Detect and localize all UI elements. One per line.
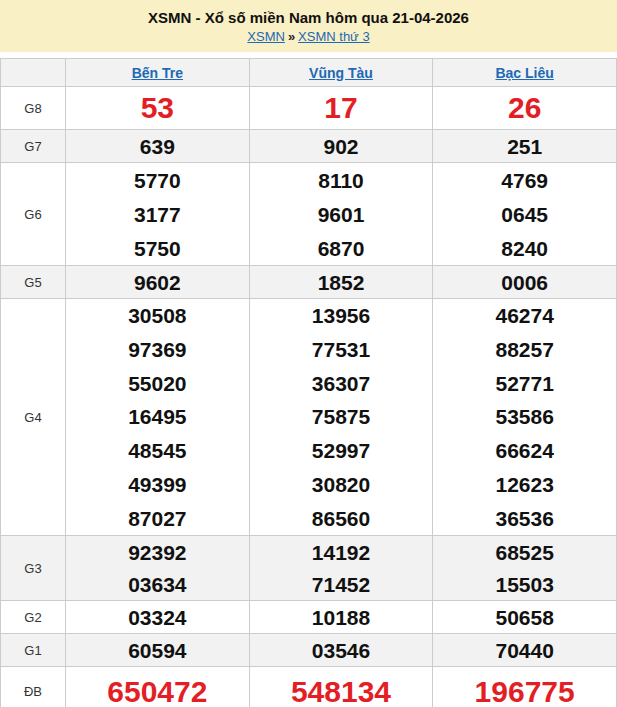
prize-number: 9601 — [318, 204, 365, 225]
prize-number: 68525 — [495, 542, 553, 563]
prize-number: 88257 — [495, 339, 553, 360]
prize-label: G1 — [1, 634, 66, 667]
prize-number: 53 — [141, 93, 174, 123]
results-table-body: G8531726G7639902251G65770317757508110960… — [1, 87, 617, 707]
prize-row-G7: G7639902251 — [1, 130, 617, 163]
prize-number: 97369 — [128, 339, 186, 360]
prize-number: 46274 — [495, 305, 553, 326]
prize-number: 902 — [323, 136, 358, 157]
prize-number: 50658 — [495, 607, 553, 628]
prize-label: G3 — [1, 536, 66, 601]
prize-number: 3177 — [134, 204, 181, 225]
prize-number: 15503 — [495, 574, 553, 595]
prize-number: 30820 — [312, 474, 370, 495]
prize-number: 4769 — [501, 170, 548, 191]
prize-row-G2: G2033241018850658 — [1, 601, 617, 634]
prize-label: ĐB — [1, 667, 66, 707]
prize-cell: 251 — [433, 130, 617, 163]
breadcrumb-separator: » — [285, 29, 298, 44]
prize-number: 639 — [140, 136, 175, 157]
prize-cell: 476906458240 — [433, 163, 617, 266]
prize-cell: 9239203634 — [66, 536, 250, 601]
prize-number: 196775 — [475, 677, 575, 707]
prize-row-G1: G1605940354670440 — [1, 634, 617, 667]
corner-cell — [1, 59, 66, 87]
province-link-ben-tre[interactable]: Bến Tre — [132, 65, 183, 81]
prize-cell: 650472 — [66, 667, 250, 707]
prize-label: G5 — [1, 266, 66, 299]
prize-row-G4: G430508973695502016495485454939987027139… — [1, 299, 617, 536]
prize-number: 5750 — [134, 238, 181, 259]
prize-cell: 17 — [249, 87, 433, 130]
prize-number: 66624 — [495, 440, 553, 461]
prize-cell: 577031775750 — [66, 163, 250, 266]
prize-number: 6870 — [318, 238, 365, 259]
province-link-bac-lieu[interactable]: Bạc Liêu — [495, 65, 553, 81]
prize-cell: 70440 — [433, 634, 617, 667]
prize-row-G8: G8531726 — [1, 87, 617, 130]
prize-number: 10188 — [312, 607, 370, 628]
prize-number: 75875 — [312, 406, 370, 427]
prize-number: 48545 — [128, 440, 186, 461]
prize-number: 86560 — [312, 508, 370, 529]
prize-number: 03546 — [312, 640, 370, 661]
prize-number: 17 — [324, 93, 357, 123]
prize-cell: 0006 — [433, 266, 617, 299]
prize-number: 92392 — [128, 542, 186, 563]
prize-cell: 811096016870 — [249, 163, 433, 266]
prize-number: 87027 — [128, 508, 186, 529]
prize-cell: 46274882575277153586666241262336536 — [433, 299, 617, 536]
prize-cell: 639 — [66, 130, 250, 163]
province-header-bac-lieu: Bạc Liêu — [433, 59, 617, 87]
prize-cell: 03546 — [249, 634, 433, 667]
prize-number: 16495 — [128, 406, 186, 427]
prize-cell: 196775 — [433, 667, 617, 707]
prize-label: G2 — [1, 601, 66, 634]
prize-number: 30508 — [128, 305, 186, 326]
prize-cell: 03324 — [66, 601, 250, 634]
prize-number: 70440 — [495, 640, 553, 661]
prize-number: 53586 — [495, 406, 553, 427]
prize-number: 36307 — [312, 373, 370, 394]
prize-cell: 50658 — [433, 601, 617, 634]
prize-label: G4 — [1, 299, 66, 536]
prize-cell: 60594 — [66, 634, 250, 667]
prize-cell: 6852515503 — [433, 536, 617, 601]
prize-cell: 13956775313630775875529973082086560 — [249, 299, 433, 536]
prize-cell: 53 — [66, 87, 250, 130]
prize-number: 0645 — [501, 204, 548, 225]
prize-cell: 10188 — [249, 601, 433, 634]
province-link-vung-tau[interactable]: Vũng Tàu — [309, 65, 373, 81]
prize-number: 251 — [507, 136, 542, 157]
prize-label: G7 — [1, 130, 66, 163]
prize-number: 71452 — [312, 574, 370, 595]
prize-label: G8 — [1, 87, 66, 130]
prize-row-ĐB: ĐB650472548134196775 — [1, 667, 617, 707]
prize-cell: 548134 — [249, 667, 433, 707]
prize-number: 52997 — [312, 440, 370, 461]
prize-number: 14192 — [312, 542, 370, 563]
prize-cell: 30508973695502016495485454939987027 — [66, 299, 250, 536]
prize-number: 5770 — [134, 170, 181, 191]
prize-number: 8240 — [501, 238, 548, 259]
title-banner: XSMN - Xổ số miền Nam hôm qua 21-04-2026… — [0, 0, 617, 52]
prize-number: 548134 — [291, 677, 391, 707]
breadcrumb-link-xsmn[interactable]: XSMN — [247, 29, 285, 44]
prize-number: 8110 — [318, 170, 364, 191]
prize-cell: 902 — [249, 130, 433, 163]
prize-number: 9602 — [134, 272, 181, 293]
results-table: Bến Tre Vũng Tàu Bạc Liêu G8531726G76399… — [0, 58, 617, 707]
prize-number: 12623 — [495, 474, 553, 495]
prize-row-G3: G3923920363414192714526852515503 — [1, 536, 617, 601]
prize-number: 60594 — [128, 640, 186, 661]
prize-cell: 9602 — [66, 266, 250, 299]
province-header-row: Bến Tre Vũng Tàu Bạc Liêu — [1, 59, 617, 87]
prize-number: 650472 — [107, 677, 207, 707]
prize-number: 77531 — [312, 339, 370, 360]
prize-number: 03324 — [128, 607, 186, 628]
breadcrumb-link-xsmn-thu3[interactable]: XSMN thứ 3 — [298, 29, 370, 44]
prize-cell: 1419271452 — [249, 536, 433, 601]
prize-number: 26 — [508, 93, 541, 123]
prize-number: 1852 — [318, 272, 365, 293]
province-header-vung-tau: Vũng Tàu — [249, 59, 433, 87]
